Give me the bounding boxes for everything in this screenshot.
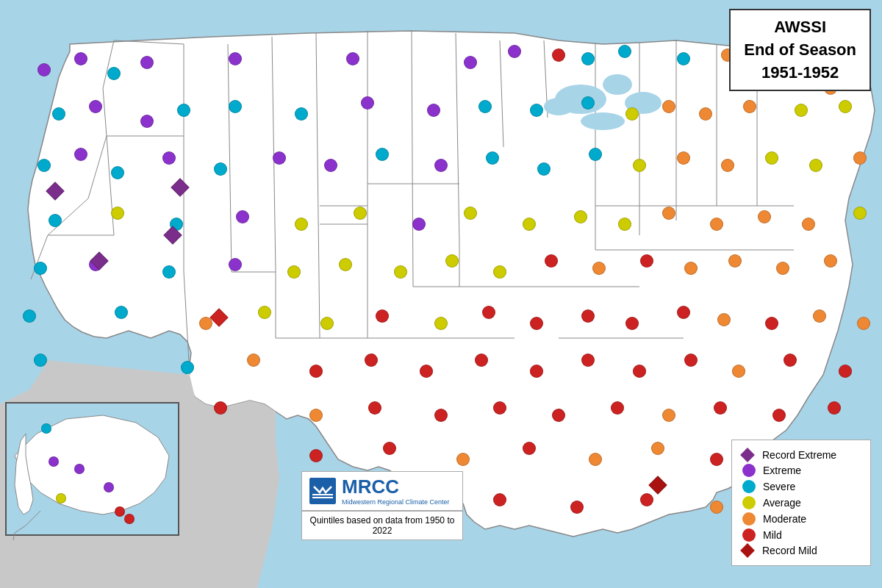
svg-rect-55	[312, 497, 333, 498]
record-mild-icon	[740, 543, 755, 558]
legend-item-moderate: Moderate	[742, 512, 860, 526]
legend-label-record-mild: Record Mild	[762, 545, 817, 556]
title-line3: 1951-1952	[744, 62, 856, 85]
legend-item-record-mild: Record Mild	[742, 545, 860, 556]
mrcc-logo: MRCC Midwestern Regional Climate Center	[301, 471, 463, 511]
mrcc-text: MRCC	[342, 476, 450, 498]
moderate-icon	[742, 512, 756, 526]
legend-label-extreme: Extreme	[763, 465, 801, 476]
svg-point-51	[544, 98, 573, 115]
mrcc-subtext: Midwestern Regional Climate Center	[342, 498, 450, 506]
map-container: AWSSI End of Season 1951-1952 Record Ext…	[0, 0, 882, 588]
legend-item-record-extreme: Record Extreme	[742, 449, 860, 461]
quintiles-box: Quintiles based on data from 1950 to 202…	[301, 511, 463, 540]
legend-item-extreme: Extreme	[742, 464, 860, 477]
average-icon	[742, 496, 756, 509]
legend-label-moderate: Moderate	[763, 513, 806, 525]
legend-label-mild: Mild	[763, 529, 782, 541]
record-extreme-icon	[740, 448, 755, 462]
legend-item-average: Average	[742, 496, 860, 509]
title-box: AWSSI End of Season 1951-1952	[729, 9, 871, 91]
title-line1: AWSSI	[744, 16, 856, 39]
extreme-icon	[742, 464, 756, 477]
legend-label-severe: Severe	[763, 481, 795, 492]
svg-rect-54	[312, 494, 333, 495]
severe-icon	[742, 480, 756, 493]
legend: Record Extreme Extreme Severe Average Mo…	[731, 440, 871, 566]
title-line2: End of Season	[744, 39, 856, 62]
mrcc-icon	[309, 478, 336, 504]
svg-point-50	[581, 112, 625, 130]
legend-label-record-extreme: Record Extreme	[762, 449, 836, 461]
svg-point-49	[625, 92, 662, 114]
svg-rect-53	[309, 478, 336, 504]
legend-label-average: Average	[763, 497, 801, 509]
quintiles-text: Quintiles based on data from 1950 to 202…	[310, 515, 455, 536]
legend-item-mild: Mild	[742, 528, 860, 542]
mild-icon	[742, 528, 756, 542]
svg-point-48	[603, 74, 632, 95]
legend-item-severe: Severe	[742, 480, 860, 493]
